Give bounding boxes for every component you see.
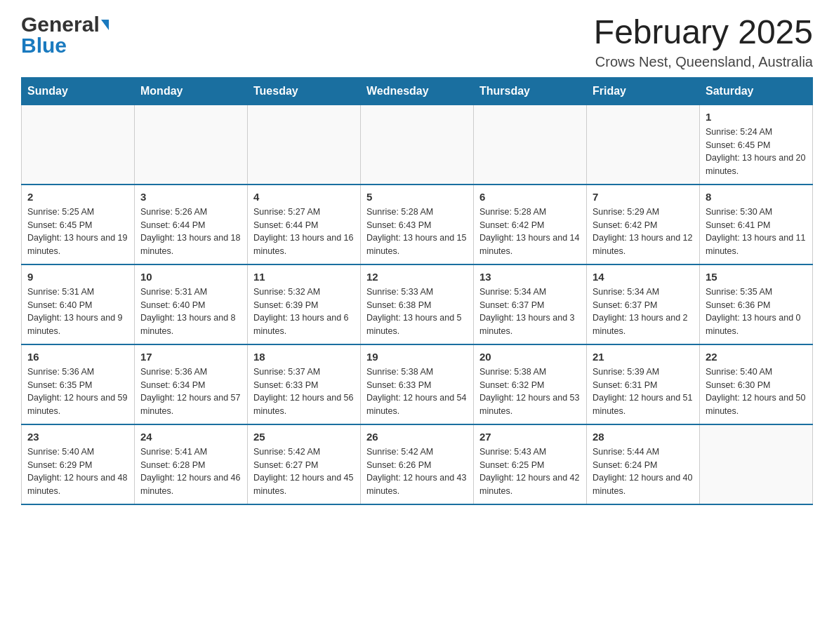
day-number: 18 [253, 351, 355, 363]
calendar-table: Sunday Monday Tuesday Wednesday Thursday… [21, 77, 813, 505]
table-row: 2Sunrise: 5:25 AMSunset: 6:45 PMDaylight… [22, 185, 135, 264]
calendar-week-row: 16Sunrise: 5:36 AMSunset: 6:35 PMDayligh… [22, 344, 813, 424]
table-row: 16Sunrise: 5:36 AMSunset: 6:35 PMDayligh… [22, 344, 135, 424]
col-sunday: Sunday [22, 77, 135, 105]
page-header: General Blue February 2025 Crows Nest, Q… [21, 14, 813, 70]
day-number: 22 [706, 351, 807, 363]
day-info: Sunrise: 5:30 AMSunset: 6:41 PMDaylight:… [706, 206, 807, 258]
table-row: 6Sunrise: 5:28 AMSunset: 6:42 PMDaylight… [474, 185, 587, 264]
table-row: 4Sunrise: 5:27 AMSunset: 6:44 PMDaylight… [248, 185, 361, 264]
day-info: Sunrise: 5:31 AMSunset: 6:40 PMDaylight:… [27, 286, 128, 338]
table-row: 27Sunrise: 5:43 AMSunset: 6:25 PMDayligh… [474, 424, 587, 504]
day-info: Sunrise: 5:31 AMSunset: 6:40 PMDaylight:… [140, 286, 241, 338]
col-wednesday: Wednesday [361, 77, 474, 105]
day-info: Sunrise: 5:25 AMSunset: 6:45 PMDaylight:… [27, 206, 128, 258]
col-monday: Monday [135, 77, 248, 105]
day-info: Sunrise: 5:32 AMSunset: 6:39 PMDaylight:… [253, 286, 355, 338]
day-number: 24 [140, 431, 241, 443]
day-number: 1 [706, 111, 807, 123]
day-info: Sunrise: 5:28 AMSunset: 6:42 PMDaylight:… [479, 206, 581, 258]
table-row: 5Sunrise: 5:28 AMSunset: 6:43 PMDaylight… [361, 185, 474, 264]
calendar-week-row: 1Sunrise: 5:24 AMSunset: 6:45 PMDaylight… [22, 105, 813, 185]
day-number: 27 [479, 431, 581, 443]
day-number: 14 [593, 271, 694, 283]
day-info: Sunrise: 5:26 AMSunset: 6:44 PMDaylight:… [140, 206, 241, 258]
day-info: Sunrise: 5:36 AMSunset: 6:35 PMDaylight:… [27, 365, 128, 418]
calendar-title: February 2025 [594, 14, 813, 51]
day-number: 9 [27, 271, 128, 283]
table-row: 13Sunrise: 5:34 AMSunset: 6:37 PMDayligh… [474, 264, 587, 344]
table-row [361, 105, 474, 185]
table-row [22, 105, 135, 185]
day-number: 19 [366, 351, 468, 363]
table-row: 24Sunrise: 5:41 AMSunset: 6:28 PMDayligh… [135, 424, 248, 504]
day-number: 8 [706, 191, 807, 203]
col-friday: Friday [587, 77, 700, 105]
day-number: 26 [366, 431, 468, 443]
calendar-week-row: 2Sunrise: 5:25 AMSunset: 6:45 PMDaylight… [22, 185, 813, 264]
table-row: 1Sunrise: 5:24 AMSunset: 6:45 PMDaylight… [700, 105, 813, 185]
day-info: Sunrise: 5:37 AMSunset: 6:33 PMDaylight:… [253, 365, 355, 418]
day-info: Sunrise: 5:41 AMSunset: 6:28 PMDaylight:… [140, 445, 241, 498]
day-info: Sunrise: 5:38 AMSunset: 6:33 PMDaylight:… [366, 365, 468, 418]
day-info: Sunrise: 5:35 AMSunset: 6:36 PMDaylight:… [706, 286, 807, 338]
day-info: Sunrise: 5:44 AMSunset: 6:24 PMDaylight:… [593, 445, 694, 498]
calendar-subtitle: Crows Nest, Queensland, Australia [594, 54, 813, 70]
day-number: 7 [593, 191, 694, 203]
day-info: Sunrise: 5:34 AMSunset: 6:37 PMDaylight:… [479, 286, 581, 338]
day-number: 3 [140, 191, 241, 203]
day-number: 13 [479, 271, 581, 283]
table-row: 19Sunrise: 5:38 AMSunset: 6:33 PMDayligh… [361, 344, 474, 424]
calendar-week-row: 9Sunrise: 5:31 AMSunset: 6:40 PMDaylight… [22, 264, 813, 344]
table-row [248, 105, 361, 185]
day-number: 17 [140, 351, 241, 363]
day-info: Sunrise: 5:33 AMSunset: 6:38 PMDaylight:… [366, 286, 468, 338]
day-number: 11 [253, 271, 355, 283]
table-row: 18Sunrise: 5:37 AMSunset: 6:33 PMDayligh… [248, 344, 361, 424]
day-number: 2 [27, 191, 128, 203]
table-row: 8Sunrise: 5:30 AMSunset: 6:41 PMDaylight… [700, 185, 813, 264]
day-info: Sunrise: 5:40 AMSunset: 6:29 PMDaylight:… [27, 445, 128, 498]
table-row: 26Sunrise: 5:42 AMSunset: 6:26 PMDayligh… [361, 424, 474, 504]
col-tuesday: Tuesday [248, 77, 361, 105]
table-row: 11Sunrise: 5:32 AMSunset: 6:39 PMDayligh… [248, 264, 361, 344]
table-row: 23Sunrise: 5:40 AMSunset: 6:29 PMDayligh… [22, 424, 135, 504]
day-info: Sunrise: 5:42 AMSunset: 6:27 PMDaylight:… [253, 445, 355, 498]
day-info: Sunrise: 5:38 AMSunset: 6:32 PMDaylight:… [479, 365, 581, 418]
title-block: February 2025 Crows Nest, Queensland, Au… [594, 14, 813, 70]
table-row: 9Sunrise: 5:31 AMSunset: 6:40 PMDaylight… [22, 264, 135, 344]
day-info: Sunrise: 5:28 AMSunset: 6:43 PMDaylight:… [366, 206, 468, 258]
table-row: 10Sunrise: 5:31 AMSunset: 6:40 PMDayligh… [135, 264, 248, 344]
day-info: Sunrise: 5:43 AMSunset: 6:25 PMDaylight:… [479, 445, 581, 498]
table-row: 7Sunrise: 5:29 AMSunset: 6:42 PMDaylight… [587, 185, 700, 264]
table-row: 28Sunrise: 5:44 AMSunset: 6:24 PMDayligh… [587, 424, 700, 504]
table-row [135, 105, 248, 185]
table-row: 21Sunrise: 5:39 AMSunset: 6:31 PMDayligh… [587, 344, 700, 424]
table-row [474, 105, 587, 185]
table-row: 17Sunrise: 5:36 AMSunset: 6:34 PMDayligh… [135, 344, 248, 424]
day-number: 21 [593, 351, 694, 363]
day-number: 10 [140, 271, 241, 283]
day-number: 20 [479, 351, 581, 363]
day-number: 6 [479, 191, 581, 203]
day-number: 5 [366, 191, 468, 203]
day-number: 16 [27, 351, 128, 363]
table-row [700, 424, 813, 504]
day-number: 28 [593, 431, 694, 443]
day-number: 25 [253, 431, 355, 443]
day-number: 23 [27, 431, 128, 443]
day-number: 4 [253, 191, 355, 203]
day-number: 12 [366, 271, 468, 283]
table-row: 12Sunrise: 5:33 AMSunset: 6:38 PMDayligh… [361, 264, 474, 344]
day-info: Sunrise: 5:34 AMSunset: 6:37 PMDaylight:… [593, 286, 694, 338]
day-info: Sunrise: 5:29 AMSunset: 6:42 PMDaylight:… [593, 206, 694, 258]
day-info: Sunrise: 5:27 AMSunset: 6:44 PMDaylight:… [253, 206, 355, 258]
col-thursday: Thursday [474, 77, 587, 105]
day-info: Sunrise: 5:42 AMSunset: 6:26 PMDaylight:… [366, 445, 468, 498]
day-info: Sunrise: 5:36 AMSunset: 6:34 PMDaylight:… [140, 365, 241, 418]
day-info: Sunrise: 5:39 AMSunset: 6:31 PMDaylight:… [593, 365, 694, 418]
table-row: 14Sunrise: 5:34 AMSunset: 6:37 PMDayligh… [587, 264, 700, 344]
table-row: 15Sunrise: 5:35 AMSunset: 6:36 PMDayligh… [700, 264, 813, 344]
table-row: 22Sunrise: 5:40 AMSunset: 6:30 PMDayligh… [700, 344, 813, 424]
table-row [587, 105, 700, 185]
